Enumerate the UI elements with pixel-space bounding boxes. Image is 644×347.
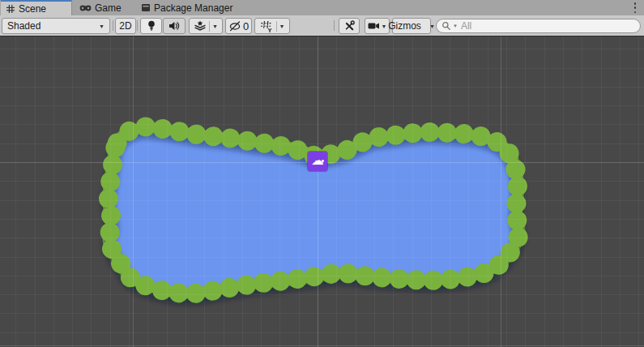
fx-icon xyxy=(194,20,207,32)
scene-audio-button[interactable] xyxy=(163,18,186,34)
kebab-icon[interactable] xyxy=(631,2,639,13)
customize-tools-button[interactable] xyxy=(339,18,360,34)
wrench-icon xyxy=(343,20,355,32)
eye-slash-icon xyxy=(228,21,241,32)
scene-viewport[interactable]: ☁ xyxy=(0,36,644,347)
toolbar-separator xyxy=(137,20,138,31)
cloud-sprite-dot xyxy=(322,160,324,162)
tab-package-manager[interactable]: Package Manager xyxy=(136,0,239,15)
toolbar-separator xyxy=(113,20,113,31)
gamepad-icon xyxy=(79,5,92,11)
lightbulb-icon xyxy=(147,20,156,32)
speaker-icon xyxy=(168,21,180,31)
toggle-2d-button[interactable]: 2D xyxy=(115,18,136,34)
scene-visibility-button[interactable]: 0 xyxy=(225,18,252,34)
scene-lighting-button[interactable] xyxy=(140,18,162,34)
gizmos-dropdown[interactable]: Gizmos ▼ xyxy=(392,18,431,34)
package-icon xyxy=(141,3,151,12)
tab-scene-label: Scene xyxy=(19,3,46,15)
grid-axis-icon: Y xyxy=(260,20,274,32)
tab-game[interactable]: Game xyxy=(75,0,128,15)
chevron-down-icon: ▼ xyxy=(279,24,285,29)
spriteshape-blob[interactable] xyxy=(0,36,644,347)
button-divider xyxy=(276,21,277,32)
tab-scene[interactable]: Scene xyxy=(1,0,72,15)
toolbar-separator xyxy=(334,20,335,31)
search-input[interactable] xyxy=(459,19,625,32)
scene-toolbar: Shaded ▼ 2D xyxy=(0,15,644,36)
scene-search-field[interactable]: ▼ xyxy=(436,19,641,33)
draw-mode-label: Shaded xyxy=(7,20,41,32)
magnifier-icon xyxy=(441,21,451,31)
unity-scene-view-window: Scene Game Package Manager Shaded ▼ xyxy=(0,0,644,347)
tab-package-manager-label: Package Manager xyxy=(154,2,232,14)
tab-bar: Scene Game Package Manager xyxy=(0,0,644,15)
spriteshape-gameobject-icon[interactable]: ☁ xyxy=(308,152,327,171)
scene-camera-dropdown[interactable]: ▼ xyxy=(365,18,390,34)
effects-dropdown-button[interactable]: ▼ xyxy=(189,18,223,34)
hidden-object-count: 0 xyxy=(243,20,249,32)
toggle-2d-label: 2D xyxy=(119,20,131,32)
chevron-down-icon: ▼ xyxy=(382,24,387,29)
camera-icon xyxy=(368,22,380,30)
scene-grid-icon xyxy=(6,4,15,14)
tab-game-label: Game xyxy=(95,2,122,14)
button-divider xyxy=(209,21,210,32)
grid-axis-letter: Y xyxy=(267,26,271,32)
chevron-down-icon: ▼ xyxy=(99,24,104,29)
gizmos-label: Gizmos xyxy=(388,20,421,32)
draw-mode-dropdown[interactable]: Shaded ▼ xyxy=(2,18,110,34)
chevron-down-icon: ▼ xyxy=(429,24,435,29)
chevron-down-icon: ▼ xyxy=(212,24,218,29)
search-filter-caret-icon: ▼ xyxy=(453,24,458,28)
grid-settings-dropdown[interactable]: Y ▼ xyxy=(254,18,290,34)
